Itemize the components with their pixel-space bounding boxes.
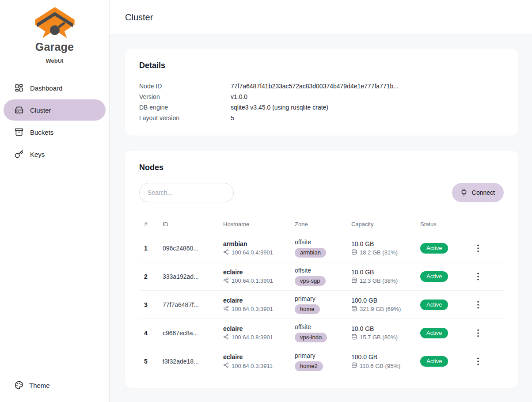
connect-button[interactable]: Connect bbox=[452, 183, 504, 202]
node-hostname-cell: eclaire 100.64.0.1:3901 bbox=[218, 269, 290, 284]
status-badge: Active bbox=[420, 243, 448, 254]
details-label: Node ID bbox=[139, 81, 231, 91]
kebab-icon bbox=[477, 301, 479, 309]
node-address-line: 100.64.0.4:3901 bbox=[223, 249, 290, 256]
details-title: Details bbox=[139, 61, 504, 70]
kebab-icon bbox=[477, 244, 479, 252]
row-menu-button[interactable] bbox=[471, 329, 504, 337]
zone-badge: home bbox=[295, 304, 320, 314]
sidebar-nav: Dashboard Cluster Buckets Keys bbox=[4, 77, 106, 166]
node-usage-line: 12.3 GB (38%) bbox=[351, 277, 415, 284]
node-zone-cell: offsite vps-sgp bbox=[290, 267, 346, 286]
theme-button[interactable]: Theme bbox=[4, 376, 106, 394]
sidebar-item-buckets[interactable]: Buckets bbox=[4, 121, 106, 143]
sidebar: Garage WebUI Dashboard Cluster Buckets bbox=[0, 0, 110, 402]
search-input[interactable] bbox=[139, 183, 234, 202]
node-usage-line: 321.9 GB (69%) bbox=[351, 306, 415, 313]
sidebar-item-label: Keys bbox=[30, 151, 45, 158]
node-status-cell: Active bbox=[415, 243, 471, 254]
status-badge: Active bbox=[420, 356, 448, 367]
node-id: f3f32ade18... bbox=[158, 358, 218, 365]
details-card: Details Node ID 77f7a6487f41b233ac572ac8… bbox=[125, 49, 518, 136]
sidebar-item-label: Cluster bbox=[30, 106, 51, 114]
database-icon bbox=[351, 249, 357, 256]
node-hostname: eclaire bbox=[223, 269, 290, 276]
page-title: Cluster bbox=[125, 12, 153, 23]
column-header-capacity: Capacity bbox=[346, 221, 415, 228]
status-badge: Active bbox=[420, 328, 448, 338]
row-menu-button[interactable] bbox=[471, 357, 504, 365]
column-header-hostname: Hostname bbox=[218, 221, 290, 228]
node-index: 2 bbox=[139, 273, 158, 280]
node-zone: offsite bbox=[295, 323, 346, 330]
node-id: c9667ec8a... bbox=[158, 330, 218, 337]
node-zone-cell: primary home bbox=[290, 295, 346, 314]
node-address-line: 100.64.0.1:3901 bbox=[223, 277, 290, 284]
node-usage: 18.2 GB (31%) bbox=[360, 249, 398, 256]
plug-icon bbox=[460, 188, 468, 197]
nodes-table: # ID Hostname Zone Capacity Status 1 096… bbox=[139, 215, 504, 375]
node-zone-cell: offsite armbian bbox=[290, 239, 346, 258]
share-icon bbox=[223, 249, 229, 256]
brand-subtitle: WebUI bbox=[4, 57, 106, 64]
main-area: Cluster Details Node ID 77f7a6487f41b233… bbox=[110, 0, 532, 402]
node-usage: 110.6 GB (95%) bbox=[360, 363, 400, 369]
details-list: Node ID 77f7a6487f41b233ac572ac83d00374b… bbox=[139, 81, 504, 123]
dashboard-icon bbox=[15, 83, 23, 92]
details-row: Version v1.0.0 bbox=[139, 91, 504, 102]
node-capacity: 10.0 GB bbox=[351, 240, 415, 247]
share-icon bbox=[223, 306, 229, 313]
node-capacity: 10.0 GB bbox=[351, 325, 415, 332]
sidebar-item-label: Dashboard bbox=[30, 84, 62, 92]
nodes-title: Nodes bbox=[139, 163, 504, 172]
node-status-cell: Active bbox=[415, 271, 471, 282]
node-row: 4 c9667ec8a... eclaire 100.64.0.8:3901 bbox=[139, 319, 504, 347]
garage-logo-icon bbox=[34, 6, 76, 40]
node-zone-cell: primary home2 bbox=[290, 352, 346, 371]
node-zone-cell: offsite vps-indo bbox=[290, 323, 346, 342]
node-address: 100.64.0.8:3901 bbox=[232, 334, 273, 341]
zone-badge: armbian bbox=[295, 248, 326, 258]
share-icon bbox=[223, 362, 229, 369]
node-usage-line: 15.7 GB (80%) bbox=[351, 334, 415, 341]
palette-icon bbox=[15, 381, 23, 390]
node-address: 100.64.0.3:3911 bbox=[232, 363, 273, 369]
node-usage: 12.3 GB (38%) bbox=[360, 277, 398, 284]
details-value: v1.0.0 bbox=[231, 91, 247, 102]
column-header-index: # bbox=[139, 221, 158, 228]
sidebar-item-cluster[interactable]: Cluster bbox=[4, 99, 106, 121]
database-icon bbox=[351, 306, 357, 313]
node-row: 2 333a192ad... eclaire 100.64.0.1:3901 bbox=[139, 262, 504, 291]
details-value: 5 bbox=[231, 113, 234, 123]
node-hostname-cell: eclaire 100.64.0.3:3901 bbox=[218, 297, 290, 313]
node-capacity-cell: 100.0 GB 321.9 GB (69%) bbox=[346, 297, 415, 313]
row-menu-button[interactable] bbox=[471, 273, 504, 281]
node-capacity-cell: 10.0 GB 18.2 GB (31%) bbox=[346, 240, 415, 256]
database-icon bbox=[351, 362, 357, 369]
node-hostname-cell: eclaire 100.64.0.3:3911 bbox=[218, 353, 290, 369]
node-address: 100.64.0.4:3901 bbox=[232, 249, 273, 256]
theme-label: Theme bbox=[29, 382, 50, 389]
node-zone: primary bbox=[295, 295, 346, 302]
node-capacity: 100.0 GB bbox=[351, 353, 415, 360]
database-icon bbox=[351, 277, 357, 284]
sidebar-item-dashboard[interactable]: Dashboard bbox=[4, 77, 106, 99]
nodes-toolbar: Connect bbox=[139, 183, 504, 202]
row-menu-button[interactable] bbox=[471, 301, 504, 309]
share-icon bbox=[223, 277, 229, 284]
node-index: 4 bbox=[139, 330, 158, 337]
status-badge: Active bbox=[420, 271, 448, 282]
node-capacity-cell: 10.0 GB 15.7 GB (80%) bbox=[346, 325, 415, 341]
kebab-icon bbox=[477, 273, 479, 281]
sidebar-item-keys[interactable]: Keys bbox=[4, 144, 106, 165]
node-zone: offsite bbox=[295, 239, 346, 246]
topbar: Cluster bbox=[110, 0, 532, 35]
zone-badge: home2 bbox=[295, 361, 323, 371]
node-address-line: 100.64.0.3:3901 bbox=[223, 306, 290, 313]
node-id: 096c24860... bbox=[158, 245, 218, 252]
node-address: 100.64.0.3:3901 bbox=[232, 306, 273, 312]
node-id: 333a192ad... bbox=[158, 273, 218, 280]
node-status-cell: Active bbox=[415, 300, 471, 310]
node-usage: 15.7 GB (80%) bbox=[360, 334, 398, 341]
row-menu-button[interactable] bbox=[471, 244, 504, 252]
